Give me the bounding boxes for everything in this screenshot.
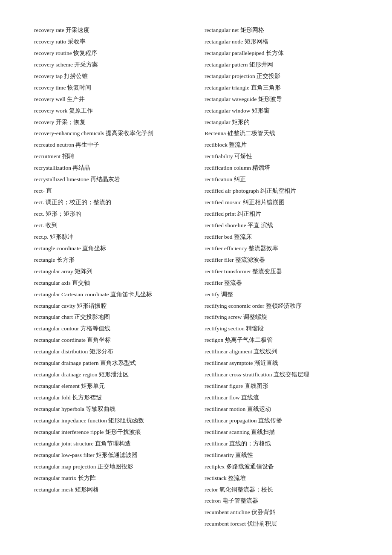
entry-english: recrystallized limestone bbox=[34, 176, 89, 182]
entry-chinese: 直线运动 bbox=[245, 406, 271, 412]
list-item: recovery-enhancing chemicals 提高采收率化学剂 bbox=[34, 129, 187, 139]
entry-chinese: 矩形脉冲 bbox=[49, 234, 74, 240]
list-item: rectified air photograph 纠正航空相片 bbox=[205, 186, 358, 196]
entry-chinese: 恢复时间 bbox=[66, 84, 91, 91]
list-item: rectilinear asymptote 渐近直线 bbox=[205, 358, 358, 368]
entry-chinese: 复原工作 bbox=[67, 107, 92, 114]
entry-english: rectified mosaic bbox=[205, 199, 242, 205]
entry-chinese: 直线流 bbox=[240, 394, 259, 401]
list-item: rectangular mesh 矩形网格 bbox=[34, 485, 187, 495]
list-item: rectangular axis 直交轴 bbox=[34, 278, 187, 288]
entry-chinese: 长方阵 bbox=[76, 475, 95, 481]
main-content: recovery rate 开采速度recovery ratio 采收率reco… bbox=[34, 26, 358, 529]
entry-english: recovery well bbox=[34, 96, 66, 102]
entry-english: rectification bbox=[205, 176, 232, 182]
entry-english: rectangular triangle bbox=[205, 84, 249, 91]
entry-english: recovery scheme bbox=[34, 61, 73, 68]
left-column: recovery rate 开采速度recovery ratio 采收率reco… bbox=[34, 26, 187, 529]
entry-chinese: 等轴双曲线 bbox=[84, 406, 115, 412]
list-item: rectangular matrix 长方阵 bbox=[34, 474, 187, 483]
entry-chinese: 长方形 bbox=[55, 257, 74, 263]
list-item: rect. 调正的；校正的；整流的 bbox=[34, 198, 187, 208]
entry-english: rector bbox=[205, 486, 218, 493]
list-item: rectangular drainage region 矩形泄油区 bbox=[34, 370, 187, 380]
entry-english: rectangular contour bbox=[34, 325, 79, 332]
list-item: recovery scheme 开采方案 bbox=[34, 60, 187, 70]
entry-chinese: 整流器 bbox=[223, 280, 242, 286]
list-item: rectilinear figure 直线图形 bbox=[205, 382, 358, 391]
entry-english: rectangular window bbox=[205, 107, 251, 114]
list-item: recovery 开采；恢复 bbox=[34, 118, 187, 127]
entry-english: rectangular parallelepiped bbox=[205, 50, 265, 56]
entry-chinese: 矩阵列 bbox=[73, 268, 92, 275]
entry-chinese: 直线的；方格纸 bbox=[228, 440, 271, 447]
entry-chinese: 整流变压器 bbox=[251, 268, 282, 275]
list-item: recumbent anticline 伏卧背斜 bbox=[205, 508, 358, 517]
entry-english: rectifiability bbox=[205, 153, 233, 159]
entry-english: rectangular chart bbox=[34, 314, 73, 320]
list-item: recruitment 招聘 bbox=[34, 152, 187, 162]
entry-english: rectangular mesh bbox=[34, 486, 74, 493]
entry-chinese: 整流器效率 bbox=[247, 245, 278, 251]
list-item: rectifiability 可矫性 bbox=[205, 152, 358, 162]
list-item: rectangular hyperbola 等轴双曲线 bbox=[34, 405, 187, 414]
entry-chinese: 直角水系型式 bbox=[98, 360, 135, 366]
list-item: rectron 电子管整流器 bbox=[205, 496, 358, 506]
entry-chinese: 矩形分布 bbox=[88, 348, 113, 355]
entry-english: rectangular map projection bbox=[34, 463, 96, 470]
entry-chinese: 开采速度 bbox=[64, 27, 89, 33]
entry-chinese: 纠正航空相片 bbox=[259, 188, 296, 194]
list-item: recovery tap 打捞公锥 bbox=[34, 72, 187, 81]
entry-english: rectangular interference ripple bbox=[34, 429, 104, 435]
entry-english: rectangular coordinate bbox=[34, 337, 86, 343]
entry-chinese: 伏卧前积层 bbox=[246, 520, 277, 527]
entry-chinese: 直线传播 bbox=[257, 417, 282, 424]
list-item: rectilinear alignment 直线线列 bbox=[205, 347, 358, 357]
entry-english: recovery work bbox=[34, 107, 67, 114]
list-item: rectangular pattern 矩形井网 bbox=[205, 60, 358, 70]
entry-english: recruitment bbox=[34, 153, 61, 159]
list-item: rectangular low-pass filter 矩形低通滤波器 bbox=[34, 451, 187, 460]
entry-english: rectangular pattern bbox=[205, 61, 248, 68]
entry-chinese: 正交投影 bbox=[255, 73, 280, 79]
entry-english: rectangular waveguide bbox=[205, 96, 257, 102]
entry-english: recumbent foreset bbox=[205, 520, 246, 527]
entry-english: rectified shoreline bbox=[205, 222, 246, 228]
list-item: rectangular triangle 直角三角形 bbox=[205, 83, 358, 93]
entry-chinese: 氧化铜整流器；校长 bbox=[218, 486, 273, 493]
entry-english: rectangular joint structure bbox=[34, 440, 93, 447]
entry-english: rectilinear propagation bbox=[205, 417, 257, 424]
list-item: rectifier bed 整流床 bbox=[205, 232, 358, 242]
entry-english: rect. bbox=[34, 222, 44, 228]
entry-english: rectangle bbox=[34, 257, 55, 263]
entry-chinese: 直线交错层理 bbox=[272, 371, 309, 378]
list-item: rectifier transformer 整流变压器 bbox=[205, 267, 358, 277]
entry-english: rectangular matrix bbox=[34, 475, 76, 481]
list-item: recreated neutron 再生中子 bbox=[34, 140, 187, 150]
list-item: rectilinearity 直线性 bbox=[205, 451, 358, 460]
entry-english: rectification column bbox=[205, 165, 251, 171]
entry-english: rectifying economic order bbox=[205, 303, 264, 309]
entry-english: rectilinear motion bbox=[205, 406, 245, 412]
list-item: rectangle coordinate 直角坐标 bbox=[34, 244, 187, 254]
entry-chinese: 再生中子 bbox=[74, 142, 99, 148]
entry-english: rectangular drainage region bbox=[34, 371, 97, 378]
entry-english: rectangular distribution bbox=[34, 348, 88, 355]
entry-english: rectifier bed bbox=[205, 234, 233, 240]
entry-chinese: 直角三角形 bbox=[249, 84, 280, 91]
entry-chinese: 矩形网格 bbox=[243, 38, 268, 45]
entry-english: rectangular projection bbox=[205, 73, 255, 79]
list-item: rectangular fold 长方形褶皱 bbox=[34, 393, 187, 403]
list-item: rect. 收到 bbox=[34, 221, 187, 231]
list-item: rectifying section 精馏段 bbox=[205, 324, 358, 334]
entry-english: rectifying section bbox=[205, 325, 245, 332]
list-item: rectistack 整流堆 bbox=[205, 474, 358, 483]
entry-chinese: 矩形泄油区 bbox=[97, 371, 128, 378]
list-item: rectifier efficiency 整流器效率 bbox=[205, 244, 358, 254]
entry-chinese: 正交地图投影 bbox=[96, 463, 133, 470]
entry-chinese: 直角笛卡儿坐标 bbox=[109, 291, 152, 298]
list-item: rectilinear motion 直线运动 bbox=[205, 405, 358, 414]
entry-english: rectangular low-pass filter bbox=[34, 452, 95, 458]
list-item: rectifying screw 调整螺旋 bbox=[205, 312, 358, 322]
entry-english: rectangle coordinate bbox=[34, 245, 81, 251]
